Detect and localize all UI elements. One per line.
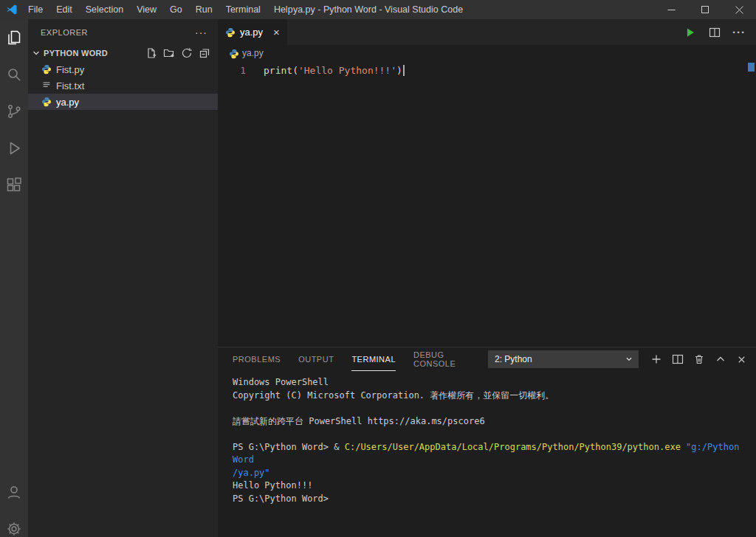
code-line-1: 1 print('Hello Python!!!') (218, 63, 756, 77)
refresh-icon[interactable] (181, 47, 193, 59)
terminal-line (233, 428, 747, 441)
file-name: Fist.txt (56, 80, 84, 91)
file-row-fist-txt[interactable]: Fist.txt (28, 77, 218, 94)
code-text: print('Hello Python!!!') (264, 65, 405, 76)
terminal-line (233, 402, 747, 415)
editor-tab-bar: ya.py × ··· (218, 19, 756, 45)
close-window-button[interactable] (722, 0, 756, 19)
chevron-down-icon (30, 47, 42, 59)
explorer-more-actions-icon[interactable]: ··· (195, 27, 207, 38)
activity-bar (0, 19, 28, 537)
python-file-icon (41, 97, 52, 107)
menu-edit[interactable]: Edit (49, 0, 79, 19)
split-editor-icon[interactable] (709, 27, 721, 38)
activity-bar-bottom (0, 474, 28, 537)
tab-ya-py[interactable]: ya.py × (218, 19, 287, 45)
account-icon[interactable] (0, 474, 28, 510)
menu-terminal[interactable]: Terminal (219, 0, 267, 19)
file-row-ya-py[interactable]: ya.py (28, 94, 218, 110)
menu-go[interactable]: Go (163, 0, 189, 19)
line-number: 1 (218, 65, 264, 76)
kill-terminal-trash-icon[interactable] (693, 353, 705, 365)
new-terminal-icon[interactable] (650, 353, 662, 365)
terminal-output[interactable]: Windows PowerShellCopyright (C) Microsof… (218, 371, 756, 537)
tab-label: ya.py (240, 27, 263, 38)
file-name: Fist.py (56, 64, 84, 75)
explorer-title: EXPLORER (41, 28, 88, 37)
terminal-line: Windows PowerShell (233, 376, 747, 389)
file-row-fist-py[interactable]: Fist.py (28, 61, 218, 77)
panel-tab-terminal[interactable]: TERMINAL (351, 347, 396, 371)
terminal-line: 請嘗試新的跨平台 PowerShell https://aka.ms/pscor… (233, 415, 747, 429)
extensions-icon[interactable] (0, 167, 28, 204)
editor-more-actions-icon[interactable]: ··· (732, 26, 746, 38)
panel-tab-output[interactable]: OUTPUT (298, 347, 334, 371)
search-icon[interactable] (0, 56, 28, 93)
file-name: ya.py (56, 97, 79, 108)
editor-actions: ··· (684, 19, 756, 45)
menu-selection[interactable]: Selection (79, 0, 130, 19)
text-file-icon (41, 80, 52, 91)
text-cursor (403, 65, 405, 76)
minimize-button[interactable] (654, 0, 688, 19)
split-terminal-icon[interactable] (672, 353, 684, 365)
explorer-header: EXPLORER ··· (28, 19, 218, 45)
folder-section-label: PYTHON WORD (44, 49, 108, 58)
title-bar: FileEditSelectionViewGoRunTerminalHelp y… (0, 0, 756, 19)
new-folder-icon[interactable] (163, 47, 175, 59)
maximize-button[interactable] (688, 0, 722, 19)
panel-actions (650, 353, 747, 365)
run-debug-icon[interactable] (0, 130, 28, 167)
explorer-icon[interactable] (0, 19, 28, 56)
close-panel-icon[interactable] (736, 354, 747, 365)
shell-selector-value: 2: Python (495, 354, 532, 364)
menu-help[interactable]: Help (267, 0, 300, 19)
new-file-icon[interactable] (145, 47, 157, 59)
editor-area: ya.py × ··· ya.py 1 print('Hello Python!… (218, 19, 756, 537)
terminal-line: PS G:\Python Word> & C:/Users/User/AppDa… (233, 441, 747, 467)
code-editor[interactable]: 1 print('Hello Python!!!') (218, 61, 756, 347)
section-actions (145, 47, 218, 59)
python-file-icon (229, 49, 238, 58)
bottom-panel: PROBLEMSOUTPUTTERMINALDEBUG CONSOLE 2: P… (218, 347, 756, 537)
collapse-all-icon[interactable] (199, 47, 210, 59)
settings-gear-icon[interactable] (0, 510, 28, 537)
vscode-logo-icon (6, 4, 18, 15)
source-control-icon[interactable] (0, 93, 28, 130)
breadcrumb[interactable]: ya.py (218, 45, 756, 61)
menu-file[interactable]: File (21, 0, 49, 19)
overview-ruler-marker (748, 63, 755, 72)
chevron-down-icon (624, 354, 634, 364)
panel-tabs: PROBLEMSOUTPUTTERMINALDEBUG CONSOLE (233, 347, 488, 371)
terminal-line: /ya.py" (233, 467, 747, 480)
menu-bar: FileEditSelectionViewGoRunTerminalHelp (21, 0, 300, 19)
explorer-sidebar: EXPLORER ··· PYTHON WORD (28, 19, 218, 537)
python-file-icon (41, 64, 52, 75)
python-file-icon (225, 27, 236, 38)
terminal-line: Copyright (C) Microsoft Corporation. 著作權… (233, 389, 747, 403)
panel-tab-problems[interactable]: PROBLEMS (233, 347, 281, 371)
panel-header: PROBLEMSOUTPUTTERMINALDEBUG CONSOLE 2: P… (218, 347, 756, 371)
terminal-line: Hello Python!!! (233, 479, 747, 493)
menu-run[interactable]: Run (189, 0, 219, 19)
run-file-button[interactable] (684, 26, 697, 39)
tab-close-icon[interactable]: × (273, 27, 280, 38)
maximize-panel-chevron-icon[interactable] (715, 353, 726, 365)
window-controls (654, 0, 756, 19)
folder-section-header[interactable]: PYTHON WORD (28, 45, 218, 61)
terminal-line: PS G:\Python Word> (233, 493, 747, 506)
file-list: Fist.pyFist.txtya.py (28, 61, 218, 110)
menu-view[interactable]: View (130, 0, 163, 19)
panel-tab-debug-console[interactable]: DEBUG CONSOLE (413, 347, 470, 371)
breadcrumb-item[interactable]: ya.py (242, 48, 264, 58)
terminal-shell-selector[interactable]: 2: Python (488, 350, 639, 368)
window-title: ya.py - Python Word - Visual Studio Code (293, 4, 463, 15)
